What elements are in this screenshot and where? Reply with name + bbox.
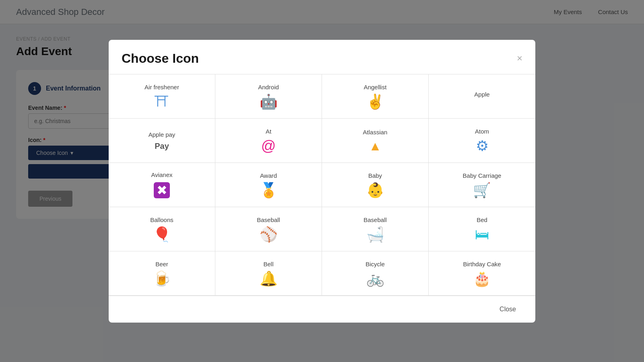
icon-name: Avianex [151, 171, 172, 178]
icon-cell[interactable]: Birthday Cake🎂 [429, 251, 535, 296]
icon-symbol: 🔔 [260, 272, 278, 286]
icon-cell[interactable]: Beer🍺 [109, 251, 215, 296]
icon-name: Android [258, 84, 279, 90]
icon-symbol: 🏅 [260, 183, 278, 197]
icon-symbol: 🛁 [366, 227, 384, 242]
icon-symbol: @ [261, 139, 276, 153]
icon-symbol: 🍺 [153, 272, 171, 286]
modal-close-button[interactable]: × [517, 53, 522, 63]
icon-cell[interactable]: Baby👶 [322, 163, 429, 207]
icon-cell[interactable]: Android🤖 [215, 74, 322, 119]
icon-name: Atlassian [363, 129, 388, 136]
icon-symbol: ✌ [366, 95, 384, 109]
icon-symbol: 👶 [366, 183, 384, 197]
icon-name: Air freshener [144, 84, 179, 90]
icon-name: Baby Carriage [463, 172, 502, 179]
icon-grid: Air freshener⛩Android🤖Angellist✌AppleApp… [109, 74, 535, 296]
icon-cell[interactable]: Balloons🎈 [109, 207, 215, 251]
icon-name: Baby [368, 172, 382, 179]
icon-cell[interactable]: At@ [215, 119, 322, 163]
icon-cell[interactable]: Bell🔔 [215, 251, 322, 296]
icon-symbol: 🎂 [473, 272, 491, 286]
icon-name: Bed [477, 216, 487, 223]
icon-symbol: ⚾ [260, 227, 278, 242]
icon-name: Atom [475, 128, 489, 135]
icon-name: Angellist [364, 84, 387, 90]
modal-footer: Close [109, 296, 535, 323]
modal-body: Air freshener⛩Android🤖Angellist✌AppleApp… [109, 74, 535, 296]
icon-name: Baseball [257, 216, 280, 223]
icon-cell[interactable]: Avianex✖ [109, 163, 215, 207]
icon-cell[interactable]: Atlassian▲ [322, 119, 429, 163]
icon-name: Apple [474, 91, 489, 98]
icon-cell[interactable]: Baseball🛁 [322, 207, 429, 251]
icon-name: Baseball [363, 216, 387, 223]
icon-symbol: 🎈 [153, 227, 171, 242]
modal-title: Choose Icon [122, 51, 199, 66]
icon-cell[interactable]: Baseball⚾ [215, 207, 322, 251]
icon-name: At [266, 128, 271, 135]
icon-name: Apple pay [149, 131, 175, 138]
icon-symbol: Pay [155, 142, 169, 150]
icon-symbol: 🤖 [260, 95, 278, 109]
icon-name: Balloons [150, 216, 173, 223]
icon-cell[interactable]: Baby Carriage🛒 [429, 163, 535, 207]
icon-symbol: 🛒 [473, 183, 491, 197]
icon-symbol: ▲ [369, 140, 382, 152]
modal-header: Choose Icon × [109, 40, 535, 74]
icon-symbol: 🛏 [475, 227, 489, 242]
icon-cell[interactable]: Award🏅 [215, 163, 322, 207]
icon-cell[interactable]: Atom⚙ [429, 119, 535, 163]
icon-cell[interactable]: Angellist✌ [322, 74, 429, 119]
icon-symbol: ⚙ [476, 139, 489, 153]
icon-cell[interactable]: Apple payPay [109, 119, 215, 163]
icon-symbol: ⛩ [155, 95, 169, 109]
icon-name: Bell [263, 261, 273, 267]
icon-cell[interactable]: Bicycle🚲 [322, 251, 429, 296]
icon-symbol: ✖ [154, 182, 170, 198]
modal-overlay: Choose Icon × Air freshener⛩Android🤖Ange… [0, 0, 644, 362]
icon-name: Bicycle [365, 261, 385, 267]
choose-icon-modal: Choose Icon × Air freshener⛩Android🤖Ange… [109, 40, 535, 323]
icon-cell[interactable]: Apple [429, 74, 535, 119]
icon-name: Birthday Cake [463, 261, 501, 267]
icon-cell[interactable]: Bed🛏 [429, 207, 535, 251]
icon-name: Award [260, 172, 277, 179]
modal-close-footer-button[interactable]: Close [493, 302, 522, 316]
icon-cell[interactable]: Air freshener⛩ [109, 74, 215, 119]
icon-symbol: 🚲 [366, 272, 384, 286]
icon-name: Beer [155, 261, 168, 267]
